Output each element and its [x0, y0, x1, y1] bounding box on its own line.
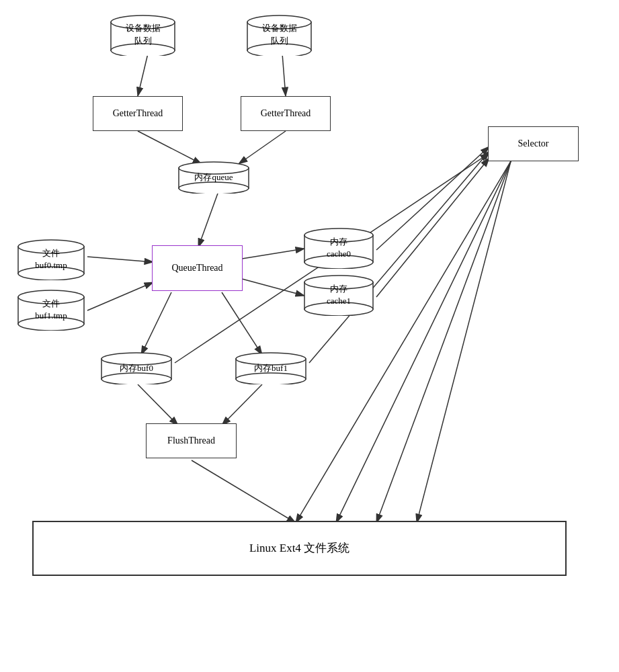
flushthread-node: FlushThread: [146, 423, 237, 458]
svg-line-12: [222, 292, 262, 355]
linux-node: Linux Ext4 文件系统: [32, 521, 567, 576]
getter2-node: GetterThread: [241, 96, 331, 131]
svg-line-6: [198, 192, 218, 247]
diagram: 设备数据 队列 设备数据 队列 GetterThread GetterThrea…: [0, 0, 619, 672]
svg-line-16: [417, 161, 511, 523]
svg-line-9: [242, 249, 304, 259]
queue1-node: 设备数据 队列: [108, 12, 178, 56]
getter1-node: GetterThread: [93, 96, 183, 131]
memqueue-node: 内存queue: [173, 161, 254, 194]
svg-line-7: [87, 257, 153, 262]
cache0-node: 内存 cache0: [301, 227, 376, 269]
svg-point-47: [101, 373, 171, 384]
filebuf0-node: 文件 buf0.tmp: [15, 239, 87, 280]
selector-node: Selector: [488, 126, 579, 161]
svg-line-21: [376, 158, 489, 297]
svg-line-19: [296, 161, 511, 523]
membuf0-node: 内存buf0: [96, 352, 177, 384]
membuf1-node: 内存buf1: [231, 352, 311, 384]
svg-line-15: [192, 460, 296, 523]
queue2-node: 设备数据 队列: [244, 12, 315, 56]
filebuf1-node: 文件 buf1.tmp: [15, 289, 87, 331]
svg-line-2: [138, 54, 148, 96]
svg-line-14: [222, 384, 262, 425]
cache1-node: 内存 cache1: [301, 274, 376, 316]
svg-point-50: [236, 373, 306, 384]
svg-line-20: [376, 146, 489, 250]
svg-line-8: [87, 282, 153, 310]
svg-line-11: [141, 292, 171, 355]
svg-line-5: [239, 131, 286, 164]
svg-point-32: [179, 182, 249, 194]
svg-line-10: [242, 279, 304, 296]
svg-line-3: [282, 54, 286, 96]
svg-line-18: [336, 161, 511, 523]
svg-line-17: [376, 161, 511, 523]
svg-line-4: [138, 131, 202, 164]
queuethread-node: QueueThread: [152, 245, 243, 291]
svg-line-13: [138, 384, 178, 425]
